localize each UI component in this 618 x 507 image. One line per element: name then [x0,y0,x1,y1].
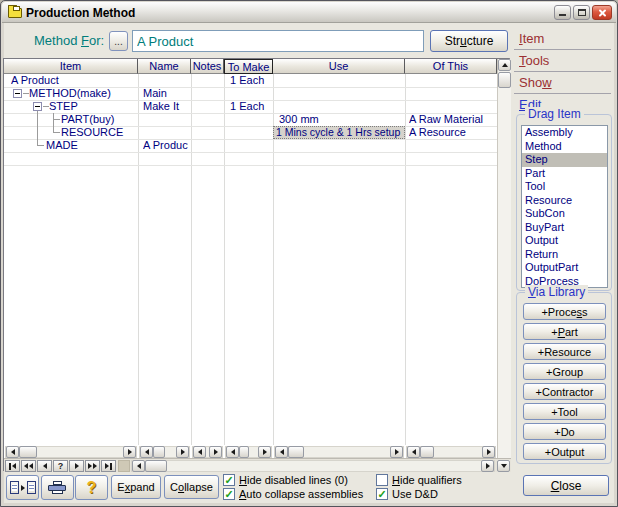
drag-item-outputpart[interactable]: OutputPart [522,261,607,275]
column-header-notes[interactable]: Notes [191,59,224,74]
navigator-help-button[interactable]: ? [53,460,68,472]
scroll-right-button[interactable] [209,446,222,458]
collapse-expander-icon[interactable] [13,89,22,98]
drag-item-subcon[interactable]: SubCon [522,207,607,221]
browse-button[interactable]: ... [109,31,128,51]
grid-cell-item[interactable]: PART(buy) [61,113,136,126]
drag-item-list[interactable]: Assembly Method Step Part Tool Resource … [521,125,608,288]
grid-cell-notes[interactable] [195,74,221,87]
column-header-to-make[interactable]: To Make [224,59,273,74]
scroll-up-button[interactable] [498,59,511,71]
close-button[interactable]: Close [523,475,609,496]
drag-item-method[interactable]: Method [522,140,607,154]
report-view-button[interactable] [6,475,39,500]
horizontal-scroll-thumb[interactable] [145,460,167,472]
tab-item[interactable]: Item [514,28,611,50]
hide-disabled-lines-checkbox[interactable]: ✓ [223,474,235,486]
grid-cell-item[interactable]: A Product [11,74,131,87]
drag-item-step-selected[interactable]: Step [522,153,607,167]
prior-record-button[interactable] [37,460,52,472]
grid-cell-use[interactable]: 300 mm [279,113,403,126]
collapse-expander-icon[interactable] [33,102,42,111]
add-resource-button[interactable]: +Resource [523,343,606,360]
grid-cell-item[interactable]: RESOURCE [61,126,136,139]
hide-qualifiers-label[interactable]: Hide qualifiers [392,474,462,486]
grid-cell-to-make[interactable]: 1 Each [230,74,272,87]
scroll-left-button[interactable] [407,446,420,458]
column-header-name[interactable]: Name [138,59,191,74]
add-part-button[interactable]: +Part [523,323,606,340]
add-do-button[interactable]: +Do [523,423,606,440]
use-dnd-checkbox[interactable]: ✓ [376,488,388,500]
next-page-button[interactable] [85,460,100,472]
scroll-left-button[interactable] [193,446,206,458]
grid-cell-name[interactable]: Make It [143,100,188,113]
grid-cell-item[interactable]: MADE [46,139,136,152]
scroll-thumb[interactable] [153,446,165,458]
auto-collapse-assemblies-checkbox[interactable]: ✓ [223,488,235,500]
use-dnd-label[interactable]: Use D&D [392,488,438,500]
grid-cell-to-make[interactable]: 1 Each [230,100,272,113]
scroll-right-button[interactable] [482,446,495,458]
help-button[interactable]: ? [75,475,108,500]
add-process-button[interactable]: +Process [523,303,606,320]
scroll-left-button[interactable] [6,446,19,458]
scroll-right-button[interactable] [481,460,494,472]
notes-column-scrollbar[interactable] [192,446,223,458]
method-for-input[interactable] [132,30,424,52]
next-record-button[interactable] [69,460,84,472]
scroll-left-button[interactable] [132,460,145,472]
scroll-left-button[interactable] [140,446,153,458]
close-window-button[interactable] [592,5,612,20]
scroll-thumb[interactable] [288,446,304,458]
column-header-item[interactable]: Item [4,59,138,74]
scroll-thumb[interactable] [19,446,37,458]
title-bar[interactable]: Production Method [2,2,616,23]
vertical-scrollbar[interactable] [497,59,511,458]
grid-cell-of-this[interactable]: A Resource [409,126,495,139]
vertical-scroll-thumb[interactable] [498,72,511,88]
column-header-use[interactable]: Use [273,59,405,74]
drag-item-buypart[interactable]: BuyPart [522,221,607,235]
structure-button[interactable]: Structure [430,30,508,52]
drag-item-resource[interactable]: Resource [522,194,607,208]
hide-qualifiers-checkbox[interactable] [376,474,388,486]
column-header-of-this[interactable]: Of This [405,59,497,74]
scroll-left-button[interactable] [275,446,288,458]
name-column-scrollbar[interactable] [139,446,190,458]
scroll-right-button[interactable] [258,446,271,458]
last-record-button[interactable] [101,460,116,472]
drag-item-output[interactable]: Output [522,234,607,248]
tab-show[interactable]: Show [514,72,611,94]
grid-cell-name[interactable]: A Product [143,139,188,152]
to-make-column-scrollbar[interactable] [225,446,272,458]
scroll-right-button[interactable] [176,446,189,458]
scroll-left-button[interactable] [226,446,239,458]
maximize-button[interactable] [573,5,590,20]
scroll-right-button[interactable] [123,446,136,458]
grid-cell-of-this[interactable]: A Raw Material [409,113,495,126]
grid-cell-item[interactable]: METHOD(make) [29,87,134,100]
drag-item-part[interactable]: Part [522,167,607,181]
drag-item-tool[interactable]: Tool [522,180,607,194]
scroll-thumb[interactable] [239,446,249,458]
tab-tools[interactable]: Tools [514,50,611,72]
drag-item-return[interactable]: Return [522,248,607,262]
add-group-button[interactable]: +Group [523,363,606,380]
first-record-button[interactable] [5,460,20,472]
scroll-thumb[interactable] [420,446,434,458]
grid-cell-name[interactable]: Main [143,87,188,100]
scroll-right-button[interactable] [390,446,403,458]
scroll-down-button[interactable] [497,460,510,472]
add-tool-button[interactable]: +Tool [523,403,606,420]
drag-item-assembly[interactable]: Assembly [522,126,607,140]
add-output-button[interactable]: +Output [523,443,606,460]
minimize-button[interactable] [554,5,571,20]
collapse-button[interactable]: Collapse [164,475,219,499]
print-button[interactable] [41,475,74,500]
use-column-scrollbar[interactable] [274,446,404,458]
of-this-column-scrollbar[interactable] [406,446,496,458]
horizontal-scrollbar[interactable] [131,460,495,472]
grid-cell-item[interactable]: STEP [49,100,134,113]
prior-page-button[interactable] [21,460,36,472]
